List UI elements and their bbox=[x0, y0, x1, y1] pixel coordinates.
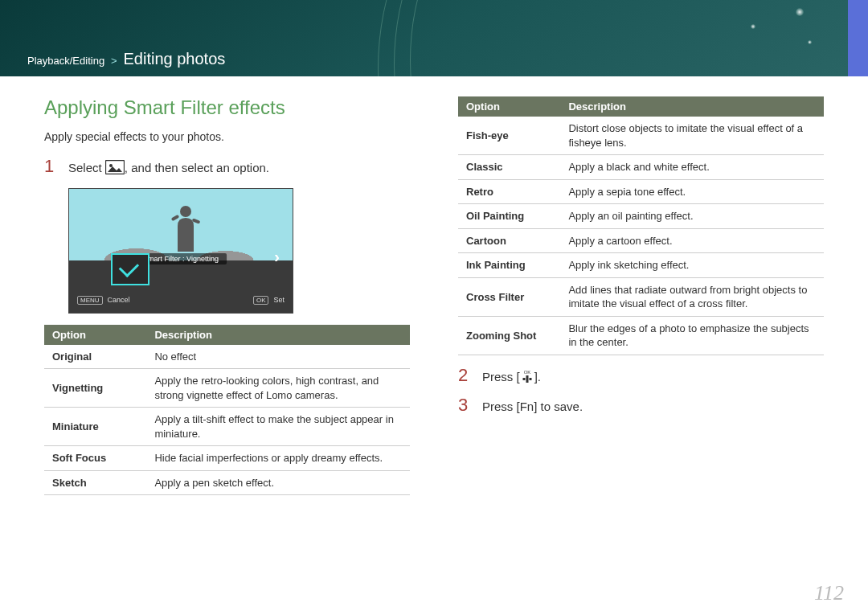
table-row: MiniatureApply a tilt-shift effect to ma… bbox=[44, 408, 410, 446]
table-row: Cross FilterAdd lines that radiate outwa… bbox=[458, 277, 824, 316]
table-row: VignettingApply the retro-looking colors… bbox=[44, 369, 410, 408]
section-title: Applying Smart Filter effects bbox=[44, 96, 410, 119]
sparkle-icon bbox=[751, 24, 755, 29]
header-tab bbox=[848, 0, 868, 76]
sparkle-icon bbox=[808, 40, 812, 44]
page-number: 112 bbox=[814, 581, 844, 605]
breadcrumb-section: Playback/Editing bbox=[27, 55, 104, 67]
table-row: SketchApply a pen sketch effect. bbox=[44, 470, 410, 495]
header-band: Playback/Editing > Editing photos bbox=[0, 0, 868, 76]
table-row: Ink PaintingApply ink sketching effect. bbox=[458, 253, 824, 278]
section-subtitle: Apply special effects to your photos. bbox=[44, 130, 410, 143]
step-text: Select , and then select an option. bbox=[68, 158, 269, 180]
table-row: OriginalNo effect bbox=[44, 345, 410, 369]
table-row: ClassicApply a black and white effect. bbox=[458, 155, 824, 180]
th-description: Description bbox=[146, 325, 410, 345]
svg-rect-6 bbox=[526, 375, 528, 378]
svg-rect-7 bbox=[522, 378, 525, 380]
svg-rect-3 bbox=[171, 215, 180, 221]
smart-filter-icon bbox=[105, 160, 125, 180]
svg-point-2 bbox=[180, 206, 191, 217]
table-row: Soft FocusHide facial imperfections or a… bbox=[44, 446, 410, 471]
chevron-right-icon: › bbox=[274, 248, 280, 266]
th-option: Option bbox=[458, 96, 560, 117]
screenshot-silhouette bbox=[170, 203, 202, 252]
ok-key-icon: OK bbox=[253, 296, 269, 305]
ok-dpad-icon: OK bbox=[520, 368, 534, 388]
sparkle-icon bbox=[796, 8, 804, 16]
table-row: RetroApply a sepia tone effect. bbox=[458, 179, 824, 204]
step-text: Press [Fn] to save. bbox=[482, 396, 583, 416]
column-left: Applying Smart Filter effects Apply spec… bbox=[44, 96, 410, 506]
step-number: 1 bbox=[44, 158, 59, 175]
screenshot-thumbnail-selected bbox=[111, 253, 149, 285]
options-table-right: Option Description Fish-eyeDistort close… bbox=[458, 96, 824, 355]
breadcrumb-separator: > bbox=[111, 55, 117, 67]
menu-key-icon: MENU bbox=[77, 296, 103, 305]
svg-point-1 bbox=[109, 164, 113, 167]
th-description: Description bbox=[560, 96, 824, 117]
svg-rect-8 bbox=[526, 378, 528, 380]
step-3: 3 Press [Fn] to save. bbox=[458, 396, 824, 416]
table-row: Oil PaintingApply an oil painting effect… bbox=[458, 204, 824, 229]
cancel-label: Cancel bbox=[108, 296, 130, 304]
breadcrumb-page: Editing photos bbox=[124, 50, 226, 68]
table-row: Fish-eyeDistort close objects to imitate… bbox=[458, 117, 824, 155]
svg-rect-10 bbox=[526, 380, 528, 383]
set-label: Set bbox=[273, 296, 285, 304]
step-number: 2 bbox=[458, 367, 473, 384]
example-screenshot: Smart Filter : Vignetting › MENU Cancel … bbox=[68, 188, 293, 314]
decor-arc bbox=[378, 0, 868, 76]
th-option: Option bbox=[44, 325, 146, 345]
breadcrumb: Playback/Editing > Editing photos bbox=[27, 50, 225, 68]
column-right: Option Description Fish-eyeDistort close… bbox=[458, 96, 824, 506]
table-row: CartoonApply a cartoon effect. bbox=[458, 228, 824, 253]
svg-rect-9 bbox=[529, 378, 531, 380]
table-row: Zooming ShotBlur the edges of a photo to… bbox=[458, 316, 824, 355]
svg-text:OK: OK bbox=[523, 370, 530, 375]
step-2: 2 Press [OK]. bbox=[458, 367, 824, 388]
step-1: 1 Select , and then select an option. bbox=[44, 158, 410, 180]
step-text: Press [OK]. bbox=[482, 367, 541, 388]
screenshot-bottom-bar: MENU Cancel OK Set bbox=[69, 288, 293, 313]
step-number: 3 bbox=[458, 396, 473, 414]
options-table-left: Option Description OriginalNo effect Vig… bbox=[44, 325, 410, 496]
